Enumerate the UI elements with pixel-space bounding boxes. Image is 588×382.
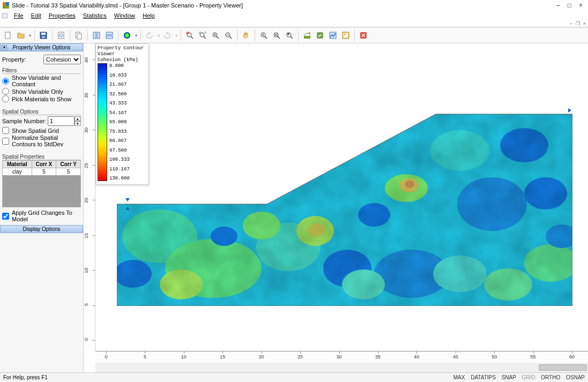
- property-viewer-options-header[interactable]: ▾ Property Viewer Options: [0, 43, 83, 51]
- scrollbar-horizontal[interactable]: [95, 363, 588, 372]
- svg-rect-67: [117, 97, 572, 306]
- zoom-realtime-button[interactable]: [271, 29, 282, 41]
- zoom-in-button[interactable]: [210, 29, 221, 41]
- main-content: ▾ Property Viewer Options Property: Cohe…: [0, 43, 588, 372]
- sample-number-input[interactable]: [48, 116, 75, 126]
- ruler-vertical: 0510152025303540: [84, 43, 95, 351]
- svg-rect-37: [330, 32, 336, 39]
- svg-rect-14: [106, 36, 113, 39]
- collapse-icon[interactable]: ▾: [2, 45, 7, 50]
- svg-rect-12: [97, 32, 100, 39]
- svg-rect-13: [106, 32, 113, 35]
- menu-help[interactable]: Help: [139, 12, 158, 19]
- legend-title-1: Property Contour Viewer: [98, 46, 147, 57]
- window-controls: – □ ×: [556, 2, 586, 9]
- zoom-previous-button[interactable]: [258, 29, 270, 41]
- open-dropdown[interactable]: ▾: [28, 33, 32, 38]
- zoom-window-button[interactable]: [184, 29, 196, 41]
- svg-rect-40: [344, 34, 346, 35]
- filter-pick-materials[interactable]: [2, 95, 9, 102]
- property-select[interactable]: Cohesion: [43, 55, 81, 64]
- window-title: Slide - Tutorial 33 Spatial Variability.…: [10, 2, 556, 9]
- pan-button[interactable]: [240, 29, 252, 41]
- menubar: File Edit Properties Statistics Window H…: [0, 11, 588, 20]
- menu-properties[interactable]: Properties: [46, 12, 79, 19]
- contour-dropdown[interactable]: ▾: [134, 33, 138, 38]
- menu-file[interactable]: File: [11, 12, 27, 19]
- status-datatips[interactable]: DATATIPS: [471, 374, 496, 380]
- spatial-properties-table[interactable]: MaterialCorr XCorr Y clay55: [2, 160, 81, 176]
- menu-statistics[interactable]: Statistics: [80, 12, 110, 19]
- close-button[interactable]: ×: [579, 2, 583, 9]
- save-button[interactable]: [38, 29, 49, 41]
- compute-button[interactable]: [314, 29, 326, 41]
- undo-dropdown[interactable]: ▾: [157, 33, 160, 38]
- svg-rect-1: [3, 2, 6, 5]
- sample-number-label: Sample Number:: [2, 118, 48, 124]
- menu-window[interactable]: Window: [111, 12, 138, 19]
- status-toggles: MAX DATATIPS SNAP GRID ORTHO OSNAP: [449, 374, 585, 380]
- cancel-button[interactable]: [358, 29, 369, 41]
- interpret-button[interactable]: [327, 29, 339, 41]
- new-file-button[interactable]: [2, 29, 14, 41]
- print-preview-button[interactable]: [55, 29, 67, 41]
- maximize-button[interactable]: □: [568, 2, 571, 9]
- spatial-properties-label: Spatial Properties: [2, 154, 81, 160]
- copy-button[interactable]: [73, 29, 85, 41]
- tile-horizontal-button[interactable]: [103, 29, 115, 41]
- svg-rect-34: [304, 36, 310, 39]
- status-ortho[interactable]: ORTHO: [541, 374, 560, 380]
- filter-variable-only[interactable]: [2, 88, 9, 95]
- redo-button[interactable]: [161, 29, 173, 41]
- legend-gradient: [98, 63, 107, 181]
- status-bar: For Help, press F1 MAX DATATIPS SNAP GRI…: [0, 372, 588, 382]
- filter-variable-constant[interactable]: [2, 78, 9, 85]
- table-row: clay55: [3, 168, 81, 176]
- mdi-controls: – ❐ ×: [0, 20, 588, 27]
- menu-edit[interactable]: Edit: [28, 12, 44, 19]
- window-titlebar: Slide - Tutorial 33 Spatial Variability.…: [0, 0, 588, 11]
- filters-label: Filters: [2, 68, 81, 74]
- mdi-close-button[interactable]: ×: [583, 21, 586, 26]
- status-osnap[interactable]: OSNAP: [566, 374, 585, 380]
- svg-line-26: [229, 36, 232, 39]
- plot-area[interactable]: Property Contour Viewer Cohesion (kPa) 0…: [95, 43, 588, 351]
- undo-button[interactable]: [144, 29, 155, 41]
- status-snap[interactable]: SNAP: [502, 374, 516, 380]
- svg-rect-5: [41, 33, 46, 35]
- spin-down[interactable]: ▾: [75, 121, 81, 126]
- zoom-extents-button[interactable]: [197, 29, 209, 41]
- app-icon: [2, 2, 10, 9]
- toolbar: ▾ ▾ ▾ ▾: [0, 27, 588, 43]
- status-grid[interactable]: GRID: [522, 374, 535, 380]
- svg-rect-11: [93, 32, 96, 39]
- redo-dropdown[interactable]: ▾: [174, 33, 178, 38]
- svg-line-31: [278, 36, 280, 39]
- spatial-options-label: Spatial Options: [2, 109, 81, 115]
- display-options-header[interactable]: Display Options: [0, 225, 83, 233]
- ruler-horizontal: 051015202530354045505560: [95, 351, 588, 363]
- svg-rect-6: [42, 36, 45, 38]
- mdi-restore-button[interactable]: ❐: [576, 21, 580, 26]
- normalize-contours-checkbox[interactable]: [2, 138, 9, 145]
- contour-options-button[interactable]: [121, 29, 133, 41]
- tile-vertical-button[interactable]: [91, 29, 102, 41]
- open-file-button[interactable]: [15, 29, 27, 41]
- zoom-out-button[interactable]: [222, 29, 234, 41]
- viewport[interactable]: 0510152025303540 Property Contour Viewer…: [84, 43, 588, 372]
- mdi-minimize-button[interactable]: –: [570, 21, 572, 26]
- spin-up[interactable]: ▴: [75, 116, 81, 121]
- show-spatial-grid-checkbox[interactable]: [2, 127, 9, 134]
- contour-plot: [117, 97, 572, 306]
- mdi-system-icon[interactable]: [2, 13, 8, 18]
- zoom-select-button[interactable]: [284, 29, 295, 41]
- svg-line-33: [291, 36, 293, 39]
- info-viewer-button[interactable]: [340, 29, 352, 41]
- scrollbar-thumb[interactable]: [539, 364, 587, 371]
- status-max[interactable]: MAX: [453, 374, 465, 380]
- apply-grid-checkbox[interactable]: [2, 213, 9, 220]
- svg-point-15: [124, 32, 130, 39]
- minimize-button[interactable]: –: [556, 2, 560, 9]
- project-settings-button[interactable]: [301, 29, 313, 41]
- svg-rect-2: [6, 2, 9, 5]
